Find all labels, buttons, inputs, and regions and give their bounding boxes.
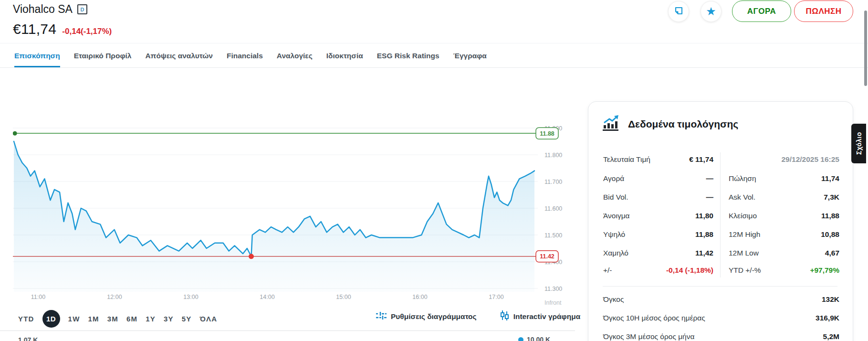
x-axis-label: 14:00 [260, 294, 274, 300]
scrollbar-thumb[interactable] [864, 11, 867, 86]
legend-dot-icon [518, 337, 523, 341]
row-value: 11,80 [632, 212, 713, 220]
pricing-panel-title: Δεδομένα τιμολόγησης [628, 118, 738, 130]
share-button[interactable] [668, 1, 689, 22]
favorite-button[interactable]: ★ [701, 1, 722, 22]
pricing-panel-header: Δεδομένα τιμολόγησης [603, 115, 738, 133]
row-value: -0,14 (-1,18%) [632, 266, 713, 275]
candlestick-icon [501, 310, 509, 322]
x-axis-label: 12:00 [107, 294, 122, 300]
y-axis-label: 11.700 [544, 179, 562, 185]
share-icon [674, 6, 684, 18]
volume-legend-clipped: 1,07 K [18, 336, 38, 341]
volume-row-value: 132K [744, 295, 839, 304]
row-value: 11,74 [744, 174, 839, 183]
tabs-bar: ΕπισκόπησηΕταιρικό ΠροφίλΑπόψεις αναλυτώ… [0, 46, 868, 68]
x-axis-label: 13:00 [183, 294, 198, 300]
star-icon: ★ [706, 6, 716, 17]
tab-esg-risk-ratings[interactable]: ESG Risk Ratings [377, 46, 439, 67]
range-6m[interactable]: 6M [126, 315, 137, 323]
tab-έγγραφα[interactable]: Έγγραφα [453, 46, 487, 67]
row-value: 11,88 [744, 212, 839, 220]
chart-tools: Ρυθμίσεις διαγράμματος Interactiv γράφημ… [376, 310, 580, 322]
price-change: -0,14(-1,17%) [62, 27, 112, 36]
range-3y[interactable]: 3Y [164, 315, 174, 323]
row-value: 10,88 [744, 230, 839, 239]
price-legend-clipped: 10,00 K [518, 336, 550, 341]
comment-side-tab[interactable]: Σχόλιο [851, 124, 866, 163]
chart-bottom-divider [0, 330, 575, 331]
row-label: Χαμηλό [603, 249, 628, 257]
range-1d[interactable]: 1D [42, 310, 60, 328]
page-title: Viohalco SA [13, 3, 73, 16]
volume-row-label: Όγκος 10Η μέσος όρος ημέρας [603, 314, 705, 322]
tab-εταιρικό-προφίλ[interactable]: Εταιρικό Προφίλ [74, 46, 132, 67]
sell-button[interactable]: ΠΩΛΗΣΗ [794, 0, 853, 22]
infront-watermark: Infront [544, 299, 562, 306]
range-όλα[interactable]: ΌΛΑ [200, 315, 218, 323]
price-badge-label: 11.88 [540, 130, 554, 137]
price-badge-label: 11.42 [540, 253, 554, 260]
row-value: 7,3K [744, 193, 839, 202]
row-label: Αγορά [603, 174, 624, 183]
row-label: Bid Vol. [603, 193, 628, 202]
header-divider [0, 43, 868, 43]
price-chart[interactable]: 11.90011.80011.70011.60011.50011.40011.3… [13, 107, 575, 310]
row-label: Άνοιγμα [603, 212, 630, 220]
volume-row-label: Όγκος 3Μ μέσος όρος μήνα [603, 332, 694, 341]
bar-chart-icon [603, 115, 620, 133]
row-value: 11,88 [632, 230, 713, 239]
row-value: +97,79% [744, 266, 839, 275]
area-fill [14, 141, 534, 292]
y-axis-label: 11.500 [544, 232, 562, 239]
tab-financials[interactable]: Financials [227, 46, 263, 67]
sliders-icon [376, 311, 387, 322]
interactive-chart-label: Interactiv γράφημα [513, 312, 581, 321]
range-1m[interactable]: 1M [88, 315, 99, 323]
y-axis-label: 11.300 [544, 286, 562, 292]
volume-row-value: 5,2M [744, 332, 839, 341]
tab-ιδιοκτησία[interactable]: Ιδιοκτησία [326, 46, 363, 67]
y-axis-label: 11.600 [544, 205, 562, 212]
row-value: 11,42 [632, 249, 713, 257]
row-value: 4,67 [744, 249, 839, 257]
x-axis-label: 16:00 [412, 294, 427, 300]
row-value: 29/12/2025 16:25 [744, 155, 839, 164]
price-row: €11,74 -0,14(-1,17%) [13, 21, 112, 37]
volume-row-label: Όγκος [603, 295, 624, 304]
chart-settings-button[interactable]: Ρυθμίσεις διαγράμματος [376, 311, 477, 322]
pricing-data-panel: Δεδομένα τιμολόγησης Τελευταία Τιμή€ 11,… [588, 101, 853, 341]
range-1y[interactable]: 1Y [146, 315, 156, 323]
column-divider [720, 152, 721, 277]
last-price: €11,74 [13, 21, 56, 37]
volume-section-divider [603, 286, 837, 287]
row-value: — [632, 193, 713, 202]
row-label: +/- [603, 266, 612, 275]
row-value: — [632, 174, 713, 183]
low-marker-dot [249, 254, 254, 259]
tab-επισκόπηση[interactable]: Επισκόπηση [14, 46, 60, 67]
x-axis-label: 15:00 [336, 294, 351, 300]
interactive-chart-button[interactable]: Interactiv γράφημα [501, 310, 581, 322]
row-label: Υψηλό [603, 230, 625, 239]
market-flag-badge: D [77, 4, 87, 14]
range-1w[interactable]: 1W [68, 315, 80, 323]
range-ytd[interactable]: YTD [18, 315, 34, 323]
range-5y[interactable]: 5Y [182, 315, 192, 323]
tab-αναλογίες[interactable]: Αναλογίες [277, 46, 313, 67]
volume-row-value: 316,9K [744, 314, 839, 322]
tab-απόψεις-αναλυτών[interactable]: Απόψεις αναλυτών [145, 46, 213, 67]
range-selector: YTD1D1W1M3M6M1Y3Y5YΌΛΑ [18, 309, 217, 328]
chart-settings-label: Ρυθμίσεις διαγράμματος [391, 312, 477, 321]
x-axis-label: 17:00 [489, 294, 503, 300]
high-marker-dot [13, 131, 17, 136]
buy-button[interactable]: ΑΓΟΡΑ [732, 0, 791, 22]
x-axis-label: 11:00 [31, 294, 45, 300]
row-value: € 11,74 [632, 155, 713, 164]
range-3m[interactable]: 3M [107, 315, 118, 323]
y-axis-label: 11.800 [544, 152, 562, 159]
header-title-row: Viohalco SA D [13, 3, 87, 16]
